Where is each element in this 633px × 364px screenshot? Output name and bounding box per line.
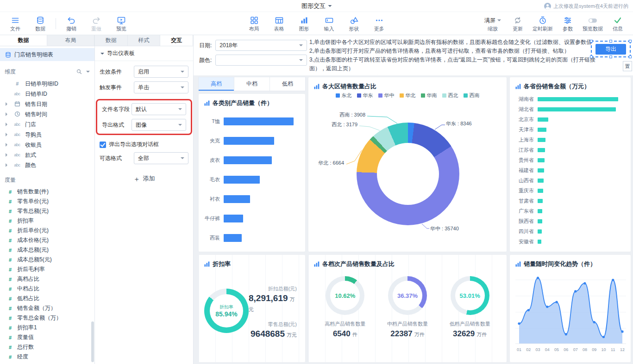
expand-chevron-icon[interactable] — [6, 153, 9, 157]
bar[interactable] — [224, 137, 274, 145]
preview-button[interactable]: 预览 — [109, 13, 134, 34]
dimension-item[interactable]: abc门店 — [0, 119, 94, 130]
measure-item[interactable]: #总行数 — [0, 342, 94, 352]
expand-chevron-icon[interactable] — [6, 112, 9, 116]
measure-item[interactable]: #低档占比 — [0, 294, 94, 303]
expand-chevron-icon[interactable] — [6, 102, 9, 106]
resize-handle[interactable] — [609, 40, 612, 43]
bar-row[interactable]: 夹克 — [204, 131, 300, 150]
bar[interactable] — [224, 215, 243, 222]
bar-row[interactable]: 江苏省 — [515, 145, 625, 155]
export-format-select[interactable]: 图像 — [132, 119, 186, 131]
dataset-selector[interactable]: 门店销售明细表 — [0, 48, 94, 61]
file-button[interactable]: 文件 — [3, 13, 28, 34]
measure-item[interactable]: #成本价格(元) — [0, 235, 94, 245]
dimension-item[interactable]: #日销单明细ID — [0, 79, 94, 89]
bar-row[interactable]: 湖南省 — [515, 94, 625, 104]
bar-row[interactable]: 毛衣 — [204, 170, 300, 189]
dashboard-title-menu[interactable]: 图形交互 — [301, 0, 332, 12]
popup-dialog-checkbox-row[interactable]: 弹出导出选项对话框 — [95, 137, 193, 148]
resize-handle[interactable] — [629, 56, 632, 58]
trend-area-chart[interactable]: 010203040506070809101112 — [515, 271, 626, 356]
measure-item[interactable]: #折扣率1 — [0, 323, 94, 333]
export-dashboard-section[interactable]: 导出仪表板 — [95, 46, 193, 61]
measure-item[interactable]: #成本总额(元) — [0, 245, 94, 255]
export-button[interactable]: 导出 — [595, 44, 626, 55]
info-button[interactable]: 信息 — [605, 13, 630, 34]
color-filter-select[interactable] — [215, 55, 307, 66]
measure-item[interactable]: #销售金额（万） — [0, 303, 94, 313]
redo-button[interactable]: 重做 — [84, 13, 109, 34]
dimension-item[interactable]: abc颜色 — [0, 160, 94, 170]
measure-item[interactable]: #度量值 — [0, 333, 94, 342]
resize-handle[interactable] — [590, 40, 593, 43]
donut-chart[interactable] — [357, 123, 459, 225]
bar-row[interactable]: 贵州省 — [515, 155, 625, 165]
measure-item[interactable]: #折扣率 — [0, 216, 94, 226]
bar[interactable] — [538, 209, 542, 213]
tab-props-style[interactable]: 样式 — [128, 35, 161, 46]
optional-format-select[interactable]: 全部 — [134, 152, 188, 164]
bar[interactable] — [538, 199, 543, 203]
bar[interactable] — [538, 229, 542, 234]
preview-data-toggle[interactable]: 预览数据 — [580, 13, 605, 34]
input-button[interactable]: 输入 — [317, 13, 342, 34]
legend-item[interactable]: 西南 — [464, 92, 480, 99]
bar-row[interactable]: 湖北省 — [515, 104, 625, 114]
bar[interactable] — [538, 179, 544, 183]
tab-props-data[interactable]: 数据 — [95, 35, 128, 46]
bar[interactable] — [538, 168, 544, 173]
measure-item[interactable]: #折后毛利率 — [0, 265, 94, 274]
expand-chevron-icon[interactable] — [6, 123, 9, 126]
dimension-item[interactable]: 销售日期 — [0, 99, 94, 109]
tab-layout[interactable]: 布局 — [47, 35, 94, 46]
legend-item[interactable]: 西北 — [442, 92, 458, 99]
bar-row[interactable]: 衬衣 — [204, 189, 300, 209]
collapse-chevron-icon[interactable] — [86, 71, 90, 74]
measure-item[interactable]: #成本总额5(元) — [0, 255, 94, 265]
measure-item[interactable]: #高档占比 — [0, 274, 94, 284]
bar[interactable] — [538, 97, 618, 101]
params-button[interactable]: 参数 — [555, 13, 580, 34]
bar[interactable] — [224, 234, 242, 242]
expand-chevron-icon[interactable] — [6, 143, 9, 147]
bar-row[interactable]: 陕西省 — [515, 216, 625, 226]
effective-condition-select[interactable]: 启用 — [134, 66, 188, 78]
measure-item[interactable]: #销售数量(件) — [0, 187, 94, 197]
bar[interactable] — [538, 138, 545, 142]
search-icon[interactable] — [76, 68, 82, 75]
more-button[interactable]: 更多 — [367, 13, 392, 34]
dimension-item[interactable]: abc款式 — [0, 150, 94, 160]
bar[interactable] — [538, 219, 542, 223]
chart-button[interactable]: 图形 — [292, 13, 317, 34]
update-button[interactable]: 更新 — [505, 13, 530, 34]
bar[interactable] — [538, 240, 541, 244]
bar-row[interactable]: T恤 — [204, 111, 300, 131]
legend-item[interactable]: 华中 — [378, 92, 395, 99]
layout-button[interactable]: 布局 — [242, 13, 267, 34]
dimension-item[interactable]: abc收银员 — [0, 140, 94, 150]
measure-item[interactable]: #中档占比 — [0, 284, 94, 294]
legend-item[interactable]: 华南 — [421, 92, 437, 99]
bar-row[interactable]: 甘肃省 — [515, 196, 625, 206]
measure-item[interactable]: #折后单价(元) — [0, 226, 94, 235]
bar[interactable] — [538, 158, 545, 162]
timed-refresh-button[interactable]: 定时刷新 — [530, 13, 555, 34]
bar-row[interactable]: 广东省 — [515, 206, 625, 216]
bar[interactable] — [224, 195, 250, 203]
bar-row[interactable]: 福建省 — [515, 165, 625, 175]
scrollbar-thumb[interactable] — [91, 321, 94, 362]
bar-row[interactable]: 上海市 — [515, 135, 625, 145]
bar-row[interactable]: 安徽省 — [515, 236, 625, 247]
resize-handle[interactable] — [609, 56, 612, 58]
filename-field-select[interactable]: 默认 — [132, 103, 186, 115]
bar-row[interactable]: 北京市 — [515, 114, 625, 124]
undo-button[interactable]: 撤销 — [59, 13, 84, 34]
bar[interactable] — [538, 148, 545, 152]
bar-row[interactable]: 山西省 — [515, 175, 625, 185]
data-button[interactable]: 数据 — [28, 13, 53, 34]
bar[interactable] — [538, 117, 548, 122]
measure-item[interactable]: #经度 — [0, 352, 94, 362]
tab-tier-mid[interactable]: 中档 — [234, 77, 270, 91]
tab-data[interactable]: 数据 — [0, 35, 47, 46]
